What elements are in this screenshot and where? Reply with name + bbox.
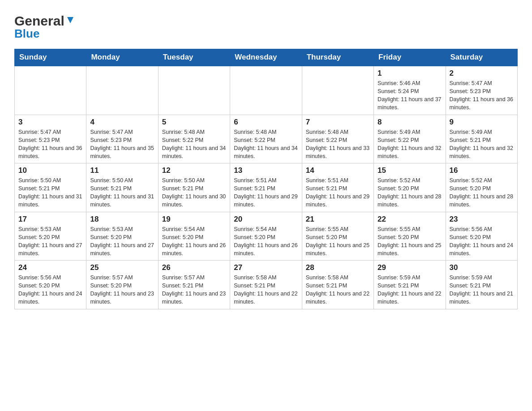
calendar-cell: 2Sunrise: 5:47 AMSunset: 5:23 PMDaylight… bbox=[446, 66, 517, 115]
day-number: 22 bbox=[378, 215, 442, 224]
day-number: 24 bbox=[18, 263, 82, 272]
day-info: Sunrise: 5:49 AMSunset: 5:21 PMDaylight:… bbox=[450, 128, 514, 161]
day-number: 29 bbox=[378, 263, 442, 272]
logo-blue-text: Blue bbox=[14, 27, 39, 41]
day-number: 10 bbox=[18, 166, 82, 175]
day-info: Sunrise: 5:48 AMSunset: 5:22 PMDaylight:… bbox=[234, 128, 298, 161]
calendar-cell: 29Sunrise: 5:59 AMSunset: 5:21 PMDayligh… bbox=[374, 261, 446, 309]
weekday-header-wednesday: Wednesday bbox=[230, 49, 302, 66]
day-number: 12 bbox=[162, 166, 226, 175]
calendar-cell bbox=[15, 66, 86, 115]
day-number: 8 bbox=[378, 118, 442, 127]
day-info: Sunrise: 5:48 AMSunset: 5:22 PMDaylight:… bbox=[162, 128, 226, 161]
calendar-cell: 10Sunrise: 5:50 AMSunset: 5:21 PMDayligh… bbox=[15, 163, 86, 212]
calendar-cell: 4Sunrise: 5:47 AMSunset: 5:23 PMDaylight… bbox=[86, 115, 158, 163]
calendar-week-row: 10Sunrise: 5:50 AMSunset: 5:21 PMDayligh… bbox=[15, 163, 518, 212]
day-info: Sunrise: 5:54 AMSunset: 5:20 PMDaylight:… bbox=[162, 225, 226, 258]
day-number: 5 bbox=[162, 118, 226, 127]
calendar-cell: 24Sunrise: 5:56 AMSunset: 5:20 PMDayligh… bbox=[15, 261, 86, 309]
calendar-cell: 13Sunrise: 5:51 AMSunset: 5:21 PMDayligh… bbox=[230, 163, 302, 212]
calendar-cell: 12Sunrise: 5:50 AMSunset: 5:21 PMDayligh… bbox=[158, 163, 230, 212]
day-number: 26 bbox=[162, 263, 226, 272]
day-number: 19 bbox=[162, 215, 226, 224]
calendar-cell: 17Sunrise: 5:53 AMSunset: 5:20 PMDayligh… bbox=[15, 212, 86, 261]
day-info: Sunrise: 5:49 AMSunset: 5:22 PMDaylight:… bbox=[378, 128, 442, 161]
day-number: 6 bbox=[234, 118, 298, 127]
day-number: 17 bbox=[18, 215, 82, 224]
day-info: Sunrise: 5:48 AMSunset: 5:22 PMDaylight:… bbox=[306, 128, 370, 161]
day-info: Sunrise: 5:56 AMSunset: 5:20 PMDaylight:… bbox=[18, 274, 82, 306]
calendar-cell bbox=[230, 66, 302, 115]
day-info: Sunrise: 5:52 AMSunset: 5:20 PMDaylight:… bbox=[450, 176, 514, 209]
calendar-cell: 20Sunrise: 5:54 AMSunset: 5:20 PMDayligh… bbox=[230, 212, 302, 261]
day-number: 27 bbox=[234, 263, 298, 272]
day-number: 28 bbox=[306, 263, 370, 272]
calendar-cell: 22Sunrise: 5:55 AMSunset: 5:20 PMDayligh… bbox=[374, 212, 446, 261]
day-info: Sunrise: 5:47 AMSunset: 5:23 PMDaylight:… bbox=[450, 79, 514, 112]
calendar-cell: 23Sunrise: 5:56 AMSunset: 5:20 PMDayligh… bbox=[446, 212, 517, 261]
logo: General Blue bbox=[14, 11, 75, 41]
day-number: 1 bbox=[378, 69, 442, 78]
day-info: Sunrise: 5:50 AMSunset: 5:21 PMDaylight:… bbox=[162, 176, 226, 209]
calendar-week-row: 24Sunrise: 5:56 AMSunset: 5:20 PMDayligh… bbox=[15, 261, 518, 309]
weekday-header-thursday: Thursday bbox=[302, 49, 373, 66]
day-number: 3 bbox=[18, 118, 82, 127]
day-info: Sunrise: 5:56 AMSunset: 5:20 PMDaylight:… bbox=[450, 225, 514, 258]
calendar-cell: 18Sunrise: 5:53 AMSunset: 5:20 PMDayligh… bbox=[86, 212, 158, 261]
calendar-cell: 21Sunrise: 5:55 AMSunset: 5:20 PMDayligh… bbox=[302, 212, 373, 261]
day-number: 13 bbox=[234, 166, 298, 175]
calendar-cell bbox=[158, 66, 230, 115]
calendar-cell: 19Sunrise: 5:54 AMSunset: 5:20 PMDayligh… bbox=[158, 212, 230, 261]
calendar-cell: 25Sunrise: 5:57 AMSunset: 5:20 PMDayligh… bbox=[86, 261, 158, 309]
day-info: Sunrise: 5:58 AMSunset: 5:21 PMDaylight:… bbox=[306, 274, 370, 306]
day-info: Sunrise: 5:53 AMSunset: 5:20 PMDaylight:… bbox=[18, 225, 82, 258]
calendar-cell: 5Sunrise: 5:48 AMSunset: 5:22 PMDaylight… bbox=[158, 115, 230, 163]
day-number: 21 bbox=[306, 215, 370, 224]
day-info: Sunrise: 5:46 AMSunset: 5:24 PMDaylight:… bbox=[378, 79, 442, 112]
calendar-cell: 14Sunrise: 5:51 AMSunset: 5:21 PMDayligh… bbox=[302, 163, 373, 212]
weekday-header-saturday: Saturday bbox=[446, 49, 517, 66]
svg-marker-0 bbox=[67, 17, 73, 23]
calendar-cell: 8Sunrise: 5:49 AMSunset: 5:22 PMDaylight… bbox=[374, 115, 446, 163]
day-info: Sunrise: 5:51 AMSunset: 5:21 PMDaylight:… bbox=[306, 176, 370, 209]
calendar-cell: 11Sunrise: 5:50 AMSunset: 5:21 PMDayligh… bbox=[86, 163, 158, 212]
calendar-week-row: 1Sunrise: 5:46 AMSunset: 5:24 PMDaylight… bbox=[15, 66, 518, 115]
day-number: 16 bbox=[450, 166, 514, 175]
day-info: Sunrise: 5:47 AMSunset: 5:23 PMDaylight:… bbox=[18, 128, 82, 161]
day-number: 4 bbox=[90, 118, 154, 127]
day-number: 15 bbox=[378, 166, 442, 175]
calendar-cell: 26Sunrise: 5:57 AMSunset: 5:21 PMDayligh… bbox=[158, 261, 230, 309]
day-number: 18 bbox=[90, 215, 154, 224]
calendar-table: SundayMondayTuesdayWednesdayThursdayFrid… bbox=[14, 49, 518, 309]
calendar-week-row: 3Sunrise: 5:47 AMSunset: 5:23 PMDaylight… bbox=[15, 115, 518, 163]
day-number: 9 bbox=[450, 118, 514, 127]
day-info: Sunrise: 5:57 AMSunset: 5:21 PMDaylight:… bbox=[162, 274, 226, 306]
calendar-cell: 28Sunrise: 5:58 AMSunset: 5:21 PMDayligh… bbox=[302, 261, 373, 309]
page-header: General Blue bbox=[14, 11, 518, 41]
day-info: Sunrise: 5:59 AMSunset: 5:21 PMDaylight:… bbox=[378, 274, 442, 306]
calendar-cell: 3Sunrise: 5:47 AMSunset: 5:23 PMDaylight… bbox=[15, 115, 86, 163]
day-number: 20 bbox=[234, 215, 298, 224]
weekday-header-row: SundayMondayTuesdayWednesdayThursdayFrid… bbox=[15, 49, 518, 66]
day-info: Sunrise: 5:53 AMSunset: 5:20 PMDaylight:… bbox=[90, 225, 154, 258]
day-info: Sunrise: 5:50 AMSunset: 5:21 PMDaylight:… bbox=[18, 176, 82, 209]
day-info: Sunrise: 5:55 AMSunset: 5:20 PMDaylight:… bbox=[378, 225, 442, 258]
day-info: Sunrise: 5:51 AMSunset: 5:21 PMDaylight:… bbox=[234, 176, 298, 209]
weekday-header-sunday: Sunday bbox=[15, 49, 86, 66]
day-info: Sunrise: 5:55 AMSunset: 5:20 PMDaylight:… bbox=[306, 225, 370, 258]
calendar-cell: 27Sunrise: 5:58 AMSunset: 5:21 PMDayligh… bbox=[230, 261, 302, 309]
logo-general-text: General bbox=[14, 13, 64, 29]
calendar-cell: 15Sunrise: 5:52 AMSunset: 5:20 PMDayligh… bbox=[374, 163, 446, 212]
weekday-header-monday: Monday bbox=[86, 49, 158, 66]
calendar-cell: 6Sunrise: 5:48 AMSunset: 5:22 PMDaylight… bbox=[230, 115, 302, 163]
calendar-week-row: 17Sunrise: 5:53 AMSunset: 5:20 PMDayligh… bbox=[15, 212, 518, 261]
calendar-cell bbox=[302, 66, 373, 115]
day-info: Sunrise: 5:50 AMSunset: 5:21 PMDaylight:… bbox=[90, 176, 154, 209]
day-number: 30 bbox=[450, 263, 514, 272]
calendar-cell bbox=[86, 66, 158, 115]
calendar-cell: 16Sunrise: 5:52 AMSunset: 5:20 PMDayligh… bbox=[446, 163, 517, 212]
logo-arrow-icon bbox=[65, 15, 75, 27]
day-info: Sunrise: 5:54 AMSunset: 5:20 PMDaylight:… bbox=[234, 225, 298, 258]
day-number: 2 bbox=[450, 69, 514, 78]
day-info: Sunrise: 5:59 AMSunset: 5:21 PMDaylight:… bbox=[450, 274, 514, 306]
